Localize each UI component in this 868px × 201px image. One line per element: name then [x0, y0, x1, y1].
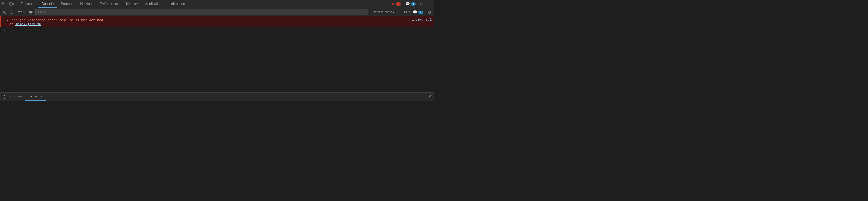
context-label: top: [18, 10, 22, 14]
issues-count: 1: [418, 10, 423, 14]
default-levels-button[interactable]: Default levels ▾: [370, 10, 396, 15]
inspect-icon: [2, 2, 6, 6]
message-bubble-icon: 💬: [405, 2, 410, 6]
eye-icon: [29, 10, 33, 14]
device-icon: [9, 2, 13, 6]
errors-button[interactable]: ✕ 1: [390, 1, 402, 7]
svg-point-9: [29, 11, 33, 13]
messages-count: 1: [411, 2, 415, 6]
chevron-down-icon: ▾: [23, 10, 25, 14]
error-at-label: at: [9, 22, 13, 26]
toolbar-left: top ▾: [1, 9, 34, 15]
svg-rect-4: [12, 3, 13, 5]
filter-input[interactable]: [35, 9, 368, 15]
clear-icon: [2, 10, 6, 14]
drawer-console-label: Console: [10, 94, 22, 98]
devtools-panel: Elements Console Sources Network Perform…: [0, 0, 434, 100]
tab-memory[interactable]: Memory: [122, 0, 142, 8]
clear-console-button[interactable]: [1, 9, 7, 15]
console-prompt-row[interactable]: >: [0, 27, 434, 34]
context-selector[interactable]: top ▾: [16, 9, 27, 15]
error-x-icon: ✕: [392, 2, 395, 6]
stop-icon: [9, 10, 13, 14]
default-levels-chevron: ▾: [393, 10, 394, 14]
console-messages: ⊗ ▶ Uncaught ReferenceError: require is …: [0, 16, 434, 92]
more-options-button[interactable]: ⋮: [427, 1, 433, 7]
drawer-right: ×: [427, 93, 433, 99]
issues-label: 1 Issue:: [400, 10, 411, 14]
inspect-icon-button[interactable]: [1, 1, 7, 7]
prompt-chevron: >: [2, 28, 5, 33]
top-tab-bar: Elements Console Sources Network Perform…: [0, 0, 434, 8]
stop-recording-button[interactable]: [8, 9, 14, 15]
drawer-issues-close-button[interactable]: ×: [40, 94, 43, 98]
default-levels-label: Default levels: [372, 10, 392, 14]
svg-rect-3: [10, 2, 12, 5]
tab-console[interactable]: Console: [38, 0, 57, 8]
error-content-right: index.js:1: [409, 17, 434, 27]
dev-icons-left: [1, 1, 14, 7]
tab-sources[interactable]: Sources: [57, 0, 76, 8]
errors-count: 1: [396, 2, 401, 6]
error-message-text: Uncaught ReferenceError: require is not …: [10, 19, 103, 22]
error-main-line: ⊗ ▶ Uncaught ReferenceError: require is …: [3, 18, 407, 22]
eye-filter-button[interactable]: [28, 9, 34, 15]
svg-rect-0: [2, 2, 4, 4]
svg-point-10: [30, 11, 32, 13]
toolbar-right: Default levels ▾ 1 Issue: 💬 1 ⚙: [370, 9, 433, 15]
tab-lighthouse[interactable]: Lighthouse: [165, 0, 188, 8]
device-toggle-button[interactable]: [8, 1, 14, 7]
drawer-issues-label: Issues: [28, 94, 38, 98]
error-message-row: ⊗ ▶ Uncaught ReferenceError: require is …: [0, 16, 434, 27]
tab-performance[interactable]: Performance: [96, 0, 122, 8]
tab-network[interactable]: Network: [77, 0, 96, 8]
tab-application[interactable]: Application: [142, 0, 165, 8]
settings-button[interactable]: ⚙: [419, 1, 425, 7]
settings-icon: ⚙: [420, 2, 424, 6]
toolbar-settings-icon: ⚙: [428, 10, 432, 15]
issue-icon: 💬: [412, 10, 417, 14]
drawer-menu-button[interactable]: ⋮: [1, 93, 7, 99]
drawer-tab-console[interactable]: Console: [7, 93, 25, 100]
bottom-drawer: ⋮ Console Issues × ×: [0, 92, 434, 100]
close-drawer-button[interactable]: ×: [427, 93, 433, 99]
error-source-link[interactable]: index.js:1: [412, 18, 432, 22]
top-tab-right: ✕ 1 💬 1 ⚙ ⋮: [390, 1, 433, 7]
error-circle-icon: ⊗: [3, 18, 5, 22]
error-content-left: ⊗ ▶ Uncaught ReferenceError: require is …: [1, 17, 409, 27]
console-output-area: ⊗ ▶ Uncaught ReferenceError: require is …: [0, 16, 434, 92]
error-expand-arrow[interactable]: ▶: [7, 19, 8, 22]
console-toolbar: top ▾ Default levels ▾ 1 Issue: 💬 1: [0, 8, 434, 16]
main-tab-list: Elements Console Sources Network Perform…: [17, 0, 390, 8]
close-drawer-icon: ×: [428, 94, 431, 99]
drawer-menu-icon: ⋮: [2, 94, 6, 99]
error-source-link-inline[interactable]: index.js:1:16: [16, 22, 41, 26]
tab-elements[interactable]: Elements: [17, 0, 38, 8]
messages-button[interactable]: 💬 1: [404, 1, 417, 7]
error-sub-line: at index.js:1:16: [3, 22, 407, 26]
drawer-tab-issues[interactable]: Issues ×: [25, 93, 46, 100]
more-options-icon: ⋮: [428, 1, 432, 6]
issues-count-button[interactable]: 1 Issue: 💬 1: [398, 9, 425, 15]
toolbar-settings-button[interactable]: ⚙: [427, 9, 433, 15]
